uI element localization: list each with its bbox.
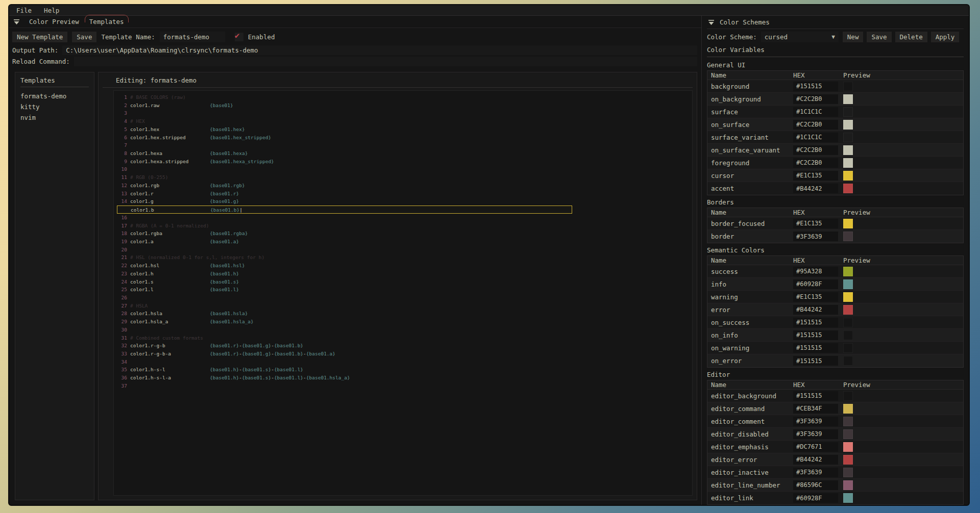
code-line[interactable]: 24color1.s{base01.s} [114, 278, 692, 286]
code-line[interactable]: 18color1.rgba{base01.rgba} [114, 229, 692, 238]
menu-item-help[interactable]: Help [44, 7, 59, 14]
table-header-row: NameHEXPreview [707, 208, 963, 217]
code-line[interactable]: 36color1.h-s-l-a{base01.h}-{base01.s}-{b… [114, 374, 692, 382]
hex-value-input[interactable]: #151515 [793, 330, 838, 340]
save-template-button[interactable]: Save [72, 32, 96, 42]
template-code-editor[interactable]: 1# BASE COLORS (raw)2color1.raw{base01}3… [113, 90, 693, 496]
hex-value-input[interactable]: #B44242 [793, 455, 838, 465]
color-row-border-focused: border_focused#E1C135 [707, 217, 963, 230]
code-line[interactable]: 1# BASE COLORS (raw) [114, 93, 692, 101]
hex-value-input[interactable]: #60928F [793, 279, 838, 289]
hex-value-input[interactable]: #C2C2B0 [793, 158, 838, 168]
scheme-save-button[interactable]: Save [867, 32, 891, 42]
code-line[interactable]: 2color1.raw{base01} [114, 101, 692, 110]
color-scheme-combo[interactable]: cursed ▼ [761, 32, 839, 42]
template-name-input[interactable]: formats-demo [160, 32, 225, 42]
tab-color-preview[interactable]: Color Preview [28, 17, 80, 27]
hex-value-input[interactable]: #DC7671 [793, 442, 838, 452]
hex-value-input[interactable]: #C2C2B0 [793, 94, 838, 104]
code-line[interactable]: 4# HEX [114, 117, 692, 125]
hex-value-input[interactable]: #B44242 [793, 184, 838, 193]
code-line[interactable]: 3 [114, 109, 692, 117]
hex-value-input[interactable]: #3F3639 [793, 232, 838, 241]
hex-value-input[interactable]: #151515 [793, 318, 838, 327]
code-line[interactable]: 31# Combined custom formats [114, 334, 692, 342]
scheme-new-button[interactable]: New [843, 32, 864, 42]
code-line[interactable]: 17# RGBA (A = 0-1 normalized) [114, 222, 692, 230]
code-line[interactable]: 34 [114, 358, 692, 366]
output-path-input[interactable]: C:\Users\user\AppData\Roaming\clrsync\fo… [62, 45, 697, 55]
code-line[interactable]: 35color1.h-s-l{base01.h}-{base01.s}-{bas… [114, 366, 692, 374]
hex-value-input[interactable]: #3F3639 [793, 468, 838, 477]
hex-value-input[interactable]: #95A328 [793, 267, 838, 276]
hex-value-input[interactable]: #C2C2B0 [793, 120, 838, 130]
template-item-nvim[interactable]: nvim [20, 112, 89, 123]
code-line[interactable]: 25color1.l{base01.l} [114, 286, 692, 294]
code-line[interactable]: 26 [114, 294, 692, 302]
code-line[interactable]: 23color1.h{base01.h} [114, 270, 692, 278]
code-line[interactable]: 6color1.hex.stripped{base01.hex_stripped… [114, 134, 692, 142]
tab-templates[interactable]: Templates [88, 17, 125, 27]
hex-value-input[interactable]: #CEB34F [793, 404, 838, 414]
color-row-info: info#60928F [707, 278, 963, 291]
code-line[interactable]: 29color1.hsla_a{base01.hsla_a} [114, 318, 692, 326]
reload-command-input[interactable] [74, 57, 697, 66]
hex-value-input[interactable]: #151515 [793, 356, 838, 366]
hex-value-input[interactable]: #151515 [793, 391, 838, 401]
template-item-kitty[interactable]: kitty [20, 101, 89, 112]
code-line[interactable]: 13color1.r{base01.r} [114, 190, 692, 198]
hex-value-input[interactable]: #E1C135 [793, 219, 838, 228]
code-line[interactable]: 30 [114, 326, 692, 334]
hex-value-input[interactable]: #B44242 [793, 305, 838, 315]
code-line[interactable]: 11# RGB (0-255) [114, 173, 692, 182]
table-header-row: NameHEXPreview [707, 71, 963, 80]
hex-value-input[interactable]: #151515 [793, 343, 838, 353]
scheme-delete-button[interactable]: Delete [895, 32, 927, 42]
code-line[interactable]: 33color1.r-g-b-a{base01.r}-{base01.g}-{b… [114, 350, 692, 358]
hex-value-input[interactable]: #60928F [793, 493, 838, 503]
code-line-focused[interactable]: 15color1.b{base01.b}| [117, 206, 572, 214]
code-line[interactable]: 19color1.a{base01.a} [114, 238, 692, 246]
code-line[interactable]: 22color1.hsl{base01.hsl} [114, 262, 692, 270]
template-item-formats-demo[interactable]: formats-demo [20, 91, 89, 101]
code-line[interactable]: 9color1.hexa.stripped{base01.hexa_stripp… [114, 158, 692, 166]
code-line[interactable]: 28color1.hsla{base01.hsla} [114, 310, 692, 318]
color-schemes-header[interactable]: Color Schemes [707, 16, 964, 29]
line-number: 18 [114, 229, 127, 238]
hex-value-input[interactable]: #E1C135 [793, 292, 838, 302]
code-line[interactable]: 5color1.hex{base01.hex} [114, 125, 692, 134]
code-line[interactable]: 10 [114, 165, 692, 173]
code-line[interactable]: 14color1.g{base01.g} [114, 197, 692, 206]
collapse-arrow-icon[interactable] [708, 19, 715, 25]
hex-value-input[interactable]: #C2C2B0 [793, 145, 838, 155]
hex-value-input[interactable]: #1C1C1C [793, 133, 838, 142]
line-number: 29 [114, 318, 127, 326]
hex-value-input[interactable]: #86596C [793, 480, 838, 490]
code-line[interactable]: 21# HSL (normalized 0-1 for s,l, integer… [114, 253, 692, 262]
output-path-label: Output Path: [12, 46, 58, 54]
code-line[interactable]: 20 [114, 246, 692, 254]
code-line[interactable]: 27# HSLA [114, 302, 692, 310]
line-number: 2 [114, 101, 127, 110]
code-line[interactable]: 7 [114, 141, 692, 149]
collapse-arrow-icon[interactable] [13, 19, 20, 25]
code-line[interactable]: 32color1.r-g-b{base01.r}-{base01.g}-{bas… [114, 342, 692, 350]
color-name: surface [707, 108, 793, 116]
scheme-apply-button[interactable]: Apply [931, 32, 960, 42]
hex-value-input[interactable]: #1C1C1C [793, 107, 838, 117]
enabled-checkbox[interactable]: ✔ [235, 33, 243, 41]
new-template-button[interactable]: New Template [12, 32, 67, 42]
hex-value-input[interactable]: #3F3639 [793, 429, 838, 439]
menu-item-file[interactable]: File [16, 7, 32, 14]
color-row-on-error: on_error#151515 [707, 354, 963, 367]
color-table-semantic-colors: NameHEXPreviewsuccess#95A328info#60928Fw… [707, 255, 964, 368]
code-line[interactable]: 16 [114, 214, 692, 222]
hex-value-input[interactable]: #151515 [793, 82, 838, 91]
hex-value-input[interactable]: #3F3639 [793, 417, 838, 426]
section-title-semantic-colors: Semantic Colors [707, 243, 964, 255]
code-line[interactable]: 37 [114, 382, 692, 390]
code-line[interactable]: 8color1.hexa{base01.hexa} [114, 149, 692, 158]
line-number: 30 [114, 326, 127, 334]
hex-value-input[interactable]: #E1C135 [793, 171, 838, 181]
code-line[interactable]: 12color1.rgb{base01.rgb} [114, 182, 692, 190]
